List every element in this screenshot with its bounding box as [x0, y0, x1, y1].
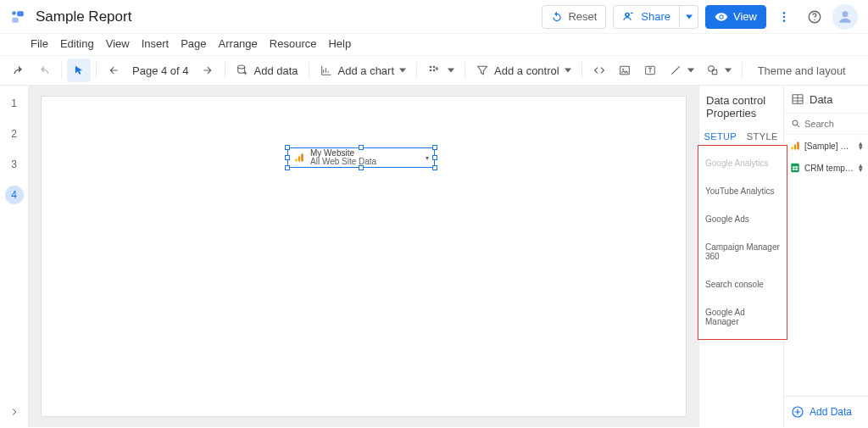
connector-google-ads[interactable]: Google Ads: [698, 205, 787, 233]
sort-icon: ▴▾: [859, 164, 863, 172]
menu-file[interactable]: File: [31, 37, 48, 50]
page-navigator: 1 2 3 4: [0, 86, 29, 427]
connector-dropdown: Google Analytics YouTube Analytics Googl…: [698, 145, 787, 340]
data-search[interactable]: [784, 114, 868, 135]
undo-button[interactable]: [7, 58, 31, 82]
code-icon: [593, 64, 606, 77]
sheets-icon: [789, 162, 801, 174]
chevron-down-icon: [399, 67, 406, 74]
svg-point-5: [783, 12, 786, 14]
cursor-icon: [73, 64, 85, 76]
arrow-left-icon: [108, 64, 120, 76]
svg-rect-23: [301, 153, 303, 161]
undo-icon: [12, 64, 25, 77]
svg-rect-2: [17, 11, 24, 16]
svg-rect-21: [295, 158, 297, 162]
svg-point-12: [430, 66, 432, 69]
more-options-button[interactable]: [771, 4, 797, 30]
page-indicator[interactable]: Page 4 of 4: [127, 58, 194, 82]
theme-layout-button[interactable]: Theme and layout: [758, 64, 846, 77]
text-button[interactable]: [638, 58, 662, 82]
add-data-button[interactable]: Add data: [231, 58, 303, 82]
connector-campaign-manager[interactable]: Campaign Manager 360: [698, 233, 787, 270]
share-button[interactable]: Share: [613, 5, 680, 29]
svg-point-25: [793, 120, 798, 125]
menubar: File Editing View Insert Page Arrange Re…: [0, 34, 868, 55]
connector-google-analytics[interactable]: Google Analytics: [698, 149, 787, 177]
svg-point-11: [237, 65, 244, 69]
menu-editing[interactable]: Editing: [60, 37, 94, 50]
account-button[interactable]: [832, 4, 858, 30]
apps-icon: [427, 64, 441, 77]
menu-page[interactable]: Page: [181, 37, 206, 50]
page-next[interactable]: [196, 58, 220, 82]
chevron-down-icon: [565, 67, 571, 74]
add-control-button[interactable]: Add a control: [470, 58, 576, 82]
svg-point-0: [12, 11, 16, 15]
undo-icon: [551, 11, 563, 23]
svg-point-7: [783, 19, 786, 22]
chevron-down-icon: [687, 67, 694, 74]
url-embed-button[interactable]: [587, 58, 611, 82]
page-thumb-2[interactable]: 2: [5, 125, 24, 143]
reset-button[interactable]: Reset: [542, 5, 606, 29]
line-icon: [669, 64, 682, 77]
connector-search-console[interactable]: Search console: [698, 270, 787, 298]
svg-point-9: [814, 19, 815, 20]
svg-rect-22: [298, 156, 300, 161]
data-source-sample-ga[interactable]: [Sample] Google A… ▴▾: [784, 135, 868, 157]
page-thumb-3[interactable]: 3: [5, 155, 24, 174]
svg-point-19: [708, 66, 714, 72]
menu-resource[interactable]: Resource: [270, 37, 317, 50]
page-thumb-4[interactable]: 4: [5, 186, 24, 204]
menu-view[interactable]: View: [106, 37, 130, 50]
expand-pages-button[interactable]: [9, 407, 19, 417]
image-button[interactable]: [613, 58, 637, 82]
chevron-down-icon: ▾: [426, 154, 429, 162]
community-viz-button[interactable]: [422, 58, 459, 82]
connector-youtube-analytics[interactable]: YouTube Analytics: [698, 177, 787, 205]
page-thumb-1[interactable]: 1: [5, 94, 24, 113]
redo-icon: [37, 64, 51, 77]
database-add-icon: [236, 64, 249, 77]
menu-help[interactable]: Help: [328, 37, 351, 50]
svg-point-10: [843, 11, 849, 17]
svg-rect-26: [791, 147, 793, 150]
data-control-widget[interactable]: My Website All Web Site Data ▾: [287, 147, 435, 168]
properties-title: Data controlProperties: [699, 86, 783, 125]
data-control-subtitle: All Web Site Data: [310, 158, 376, 166]
eye-icon: [715, 10, 728, 24]
image-icon: [618, 64, 632, 77]
shape-button[interactable]: [701, 58, 737, 82]
add-circle-icon: [791, 405, 804, 419]
redo-button[interactable]: [32, 58, 56, 82]
svg-point-14: [430, 69, 432, 72]
page-prev[interactable]: [102, 58, 125, 82]
connector-ad-manager[interactable]: Google Ad Manager: [698, 298, 787, 336]
data-panel-header: Data: [784, 86, 868, 114]
chevron-down-icon: [725, 67, 732, 74]
svg-point-15: [433, 69, 436, 72]
more-vert-icon: [777, 10, 791, 24]
report-canvas[interactable]: My Website All Web Site Data ▾: [41, 96, 687, 417]
menu-insert[interactable]: Insert: [142, 37, 170, 50]
select-tool[interactable]: [67, 58, 91, 82]
data-panel: Data [Sample] Google A… ▴▾ CRM template …: [783, 86, 868, 427]
analytics-icon: [789, 140, 801, 152]
search-icon: [791, 119, 801, 129]
add-chart-button[interactable]: Add a chart: [314, 58, 412, 82]
document-title[interactable]: Sample Report: [36, 8, 131, 25]
menu-arrange[interactable]: Arrange: [219, 37, 258, 50]
help-button[interactable]: [802, 4, 827, 30]
view-button[interactable]: View: [705, 5, 766, 29]
svg-point-6: [783, 15, 786, 18]
text-icon: [643, 64, 657, 77]
arrow-right-icon: [202, 64, 214, 76]
data-source-crm[interactable]: CRM template - D… ▴▾: [784, 157, 868, 179]
shape-icon: [706, 64, 720, 77]
svg-point-13: [433, 66, 436, 69]
line-button[interactable]: [664, 58, 699, 82]
share-dropdown[interactable]: [680, 5, 698, 29]
add-data-link[interactable]: Add Data: [784, 396, 868, 427]
data-search-input[interactable]: [804, 119, 855, 129]
